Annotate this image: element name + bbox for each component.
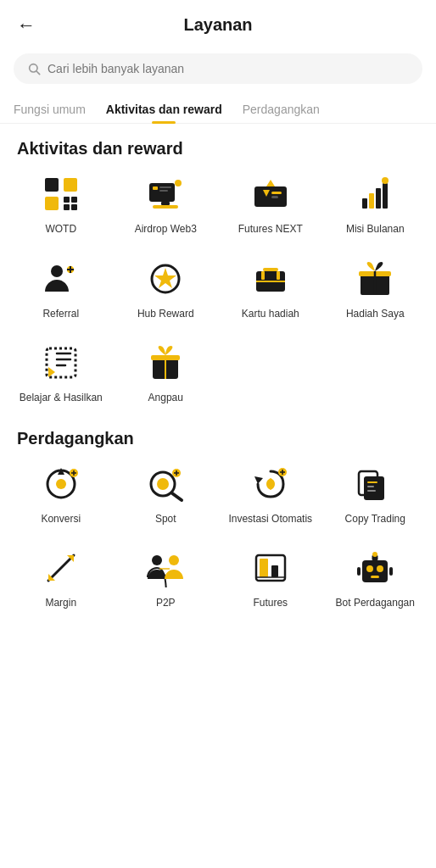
spot-label: Spot (155, 513, 176, 526)
svg-rect-12 (159, 186, 171, 188)
hadiah-saya-icon (353, 257, 397, 301)
svg-line-69 (48, 555, 74, 581)
svg-marker-17 (266, 180, 275, 186)
svg-rect-33 (263, 268, 278, 271)
icon-item-angpau[interactable]: Angpau (114, 341, 219, 405)
icon-item-kartu-hadiah[interactable]: Kartu hadiah (218, 257, 323, 321)
svg-point-49 (56, 479, 66, 489)
misi-bulanan-icon (353, 172, 397, 216)
icon-item-belajar-hasilkan[interactable]: Belajar & Hasilkan (8, 341, 114, 405)
svg-marker-44 (48, 367, 55, 377)
icon-item-spot[interactable]: Spot (114, 462, 219, 526)
svg-point-85 (372, 552, 377, 557)
icon-item-copy-trading[interactable]: Copy Trading (323, 462, 428, 526)
icon-item-margin[interactable]: Margin (8, 546, 114, 610)
airdrop-web3-label: Airdrop Web3 (135, 223, 197, 236)
icon-item-konversi[interactable]: Konversi (8, 462, 114, 526)
svg-rect-65 (364, 476, 384, 500)
section-title-aktivitas: Aktivitas dan reward (0, 139, 436, 172)
page-title: Layanan (183, 15, 252, 35)
svg-rect-7 (64, 204, 70, 210)
icon-item-referral[interactable]: Referral (8, 257, 114, 321)
svg-rect-86 (357, 567, 361, 576)
copy-trading-icon (353, 462, 397, 506)
icon-item-futures[interactable]: Futures (218, 546, 323, 610)
svg-rect-13 (159, 190, 168, 192)
icon-item-investasi-otomatis[interactable]: Investasi Otomatis (218, 462, 323, 526)
tab-fungsi-umum[interactable]: Fungsi umum (14, 96, 86, 123)
svg-marker-31 (154, 268, 176, 288)
svg-point-26 (51, 265, 63, 277)
belajar-hasilkan-icon (39, 341, 83, 385)
icon-item-hub-reward[interactable]: Hub Reward (114, 257, 219, 321)
investasi-otomatis-label: Investasi Otomatis (228, 513, 312, 526)
kartu-hadiah-label: Kartu hadiah (242, 308, 299, 321)
svg-rect-79 (362, 560, 388, 582)
svg-rect-2 (45, 178, 59, 192)
svg-rect-77 (271, 565, 278, 577)
futures-next-label: Futures NEXT (238, 223, 303, 236)
icon-item-p2p[interactable]: P2P (114, 546, 219, 610)
kartu-hadiah-icon (249, 257, 293, 301)
misi-bulanan-label: Misi Bulanan (346, 223, 405, 236)
angpau-icon (143, 341, 187, 385)
svg-rect-10 (175, 180, 182, 186)
svg-rect-34 (261, 271, 265, 280)
tab-aktivitas-reward[interactable]: Aktivitas dan reward (106, 96, 222, 123)
margin-label: Margin (45, 597, 76, 610)
svg-rect-67 (367, 486, 374, 487)
svg-rect-11 (153, 186, 158, 190)
airdrop-web3-icon (143, 172, 187, 216)
icon-item-bot-perdagangan[interactable]: Bot Perdagangan (323, 546, 428, 610)
svg-point-25 (382, 177, 388, 184)
section-perdagangkan: Perdagangkan Konversi (0, 429, 436, 610)
svg-rect-87 (389, 567, 393, 576)
belajar-hasilkan-label: Belajar & Hasilkan (20, 392, 103, 405)
perdagangkan-grid: Konversi Spot (0, 462, 436, 610)
icon-item-hadiah-saya[interactable]: Hadiah Saya (323, 257, 428, 321)
back-button[interactable]: ← (17, 14, 36, 36)
svg-point-55 (157, 478, 169, 490)
p2p-icon (143, 546, 187, 590)
svg-rect-20 (271, 196, 278, 198)
angpau-label: Angpau (148, 392, 183, 405)
icon-item-misi-bulanan[interactable]: Misi Bulanan (323, 172, 428, 236)
search-bar (14, 53, 422, 84)
investasi-otomatis-icon (249, 462, 293, 506)
svg-rect-21 (362, 198, 367, 209)
hadiah-saya-label: Hadiah Saya (346, 308, 405, 321)
svg-rect-23 (376, 188, 381, 209)
tab-bar: Fungsi umum Aktivitas dan reward Perdaga… (0, 96, 436, 124)
svg-rect-35 (277, 271, 280, 280)
section-aktivitas: Aktivitas dan reward WOTD (0, 139, 436, 405)
svg-rect-6 (71, 197, 77, 203)
search-input[interactable] (48, 62, 409, 75)
svg-point-73 (169, 555, 179, 565)
svg-rect-9 (149, 183, 175, 202)
svg-marker-60 (254, 476, 263, 484)
tab-perdagangkan[interactable]: Perdagangkan (243, 96, 320, 123)
svg-rect-22 (369, 193, 374, 209)
copy-trading-label: Copy Trading (345, 513, 405, 526)
header: ← Layanan (0, 0, 436, 47)
svg-rect-24 (383, 183, 388, 209)
svg-rect-76 (260, 559, 268, 577)
konversi-label: Konversi (41, 513, 81, 526)
wotd-icon (39, 172, 83, 216)
futures-icon (249, 546, 293, 590)
svg-rect-8 (71, 204, 77, 210)
svg-rect-68 (367, 490, 376, 492)
futures-label: Futures (253, 597, 288, 610)
futures-next-icon (249, 172, 293, 216)
svg-line-56 (172, 493, 182, 500)
svg-rect-16 (254, 186, 287, 207)
bot-perdagangan-icon (353, 546, 397, 590)
icon-item-airdrop-web3[interactable]: Airdrop Web3 (114, 172, 219, 236)
hub-reward-icon (143, 257, 187, 301)
icon-item-futures-next[interactable]: Futures NEXT (218, 172, 323, 236)
search-icon (27, 62, 41, 75)
svg-rect-19 (271, 192, 282, 194)
svg-rect-82 (371, 576, 379, 578)
p2p-label: P2P (156, 597, 176, 610)
icon-item-wotd[interactable]: WOTD (8, 172, 114, 236)
